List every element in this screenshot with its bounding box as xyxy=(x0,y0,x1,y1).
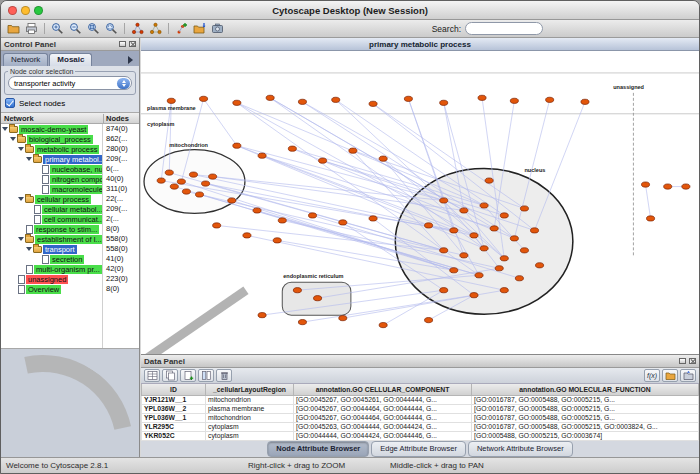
attribute-columns-button[interactable] xyxy=(198,369,214,382)
table-cell[interactable]: [GO:0016787, GO:0005488, GO:0005215, G..… xyxy=(472,395,699,404)
graph-node[interactable] xyxy=(500,213,508,218)
table-cell[interactable]: YKR052C xyxy=(142,431,206,440)
graph-node[interactable] xyxy=(288,146,296,151)
select-attributes-button[interactable] xyxy=(144,369,160,382)
tree-row[interactable]: transport558(0) xyxy=(1,244,139,254)
graph-node[interactable] xyxy=(369,216,377,221)
expand-toggle-icon[interactable] xyxy=(9,137,17,141)
graph-node[interactable] xyxy=(202,181,210,186)
graph-node[interactable] xyxy=(339,316,347,321)
graph-node[interactable] xyxy=(490,226,498,231)
close-window-button[interactable] xyxy=(8,6,17,15)
graph-node[interactable] xyxy=(485,178,493,183)
table-row[interactable]: YPL036W__2plasma membrane[GO:0045267, GO… xyxy=(142,404,699,413)
graph-node[interactable] xyxy=(278,218,286,223)
graph-edge[interactable] xyxy=(204,99,237,146)
table-cell[interactable]: [GO:0016787, GO:0005488, GO:0005215, GO:… xyxy=(472,422,699,431)
graph-node[interactable] xyxy=(495,266,503,271)
tab-network-attribute-browser[interactable]: Network Attribute Browser xyxy=(468,441,573,457)
graph-node[interactable] xyxy=(510,98,518,103)
table-cell[interactable]: mitochondrion xyxy=(206,413,294,422)
snapshot-button[interactable] xyxy=(209,21,226,37)
table-row[interactable]: YLR295Ccytoplasm[GO:0045263, GO:0044444,… xyxy=(142,422,699,431)
expand-toggle-icon[interactable] xyxy=(1,127,9,131)
search-input[interactable] xyxy=(466,23,543,34)
graph-node[interactable] xyxy=(500,288,508,293)
graph-node[interactable] xyxy=(349,148,357,153)
graph-node[interactable] xyxy=(189,172,197,177)
graph-node[interactable] xyxy=(258,313,266,318)
graph-node[interactable] xyxy=(253,208,261,213)
network-manager-button[interactable] xyxy=(129,21,146,37)
tree-row-label[interactable]: secretion xyxy=(50,255,84,264)
graph-edge[interactable] xyxy=(237,103,484,206)
tab-mosaic[interactable]: Mosaic xyxy=(49,53,92,66)
graph-node[interactable] xyxy=(440,288,448,293)
column-header[interactable]: annotation.GO MOLECULAR_FUNCTION xyxy=(472,384,699,395)
graph-node[interactable] xyxy=(450,228,458,233)
column-header[interactable]: _cellularLayoutRegion xyxy=(206,384,294,395)
graph-node[interactable] xyxy=(273,238,281,243)
graph-node[interactable] xyxy=(314,296,322,301)
graph-node[interactable] xyxy=(641,182,649,187)
export-attributes-button[interactable] xyxy=(680,369,696,382)
table-cell[interactable]: cytoplasm xyxy=(206,422,294,431)
tree-row[interactable]: response to stim...8(0) xyxy=(1,224,139,234)
tree-row[interactable]: nitrogen compo...40(0) xyxy=(1,174,139,184)
tree-row[interactable]: unassigned223(0) xyxy=(1,274,139,284)
tree-row[interactable]: macromolecule...311(0) xyxy=(1,184,139,194)
delete-attribute-button[interactable] xyxy=(216,369,232,382)
import-attributes-button[interactable] xyxy=(662,369,678,382)
graph-node[interactable] xyxy=(460,208,468,213)
network-column-header[interactable]: Network xyxy=(1,114,103,123)
zoom-selected-button[interactable] xyxy=(85,21,102,37)
graph-node[interactable] xyxy=(293,288,301,293)
tab-node-attribute-browser[interactable]: Node Attribute Browser xyxy=(267,441,369,457)
table-cell[interactable]: [GO:0045267, GO:0044464, GO:0044444, G..… xyxy=(294,404,472,413)
tree-row-label[interactable]: cellular metabol... xyxy=(42,205,103,214)
formula-builder-button[interactable]: f(x) xyxy=(644,369,660,382)
graph-node[interactable] xyxy=(536,263,544,268)
table-cell[interactable]: [GO:0016787, GO:0005488, GO:0005215, G..… xyxy=(472,413,699,422)
network-overview-button[interactable] xyxy=(147,21,164,37)
tree-row-label[interactable]: transport xyxy=(43,245,77,254)
tab-scroll-right-icon[interactable] xyxy=(128,56,137,64)
table-cell[interactable]: [GO:0045267, GO:0044464, GO:0044444, G..… xyxy=(294,413,472,422)
graph-node[interactable] xyxy=(319,158,327,163)
graph-node[interactable] xyxy=(480,203,488,208)
tree-row[interactable]: nucleobase, nu...6(... xyxy=(1,164,139,174)
tree-row[interactable]: cell communicat...2(... xyxy=(1,214,139,224)
graph-node[interactable] xyxy=(520,206,528,211)
graph-node[interactable] xyxy=(177,179,185,184)
tree-row-label[interactable]: cellular process xyxy=(35,195,91,204)
tree-row-label[interactable]: response to stim... xyxy=(34,225,99,234)
graph-node[interactable] xyxy=(425,223,433,228)
graph-node[interactable] xyxy=(298,99,306,104)
graph-node[interactable] xyxy=(182,189,190,194)
graph-node[interactable] xyxy=(200,96,208,101)
graph-node[interactable] xyxy=(460,253,468,258)
graph-node[interactable] xyxy=(157,178,165,183)
zoom-fit-button[interactable] xyxy=(103,21,120,37)
column-header[interactable]: ID xyxy=(142,384,206,395)
graph-node[interactable] xyxy=(581,99,589,104)
tree-row[interactable]: biological_process862(... xyxy=(1,134,139,144)
tab-network[interactable]: Network xyxy=(3,53,48,66)
column-header[interactable]: annotation.GO CELLULAR_COMPONENT xyxy=(294,384,472,395)
table-cell[interactable]: YPL036W__1 xyxy=(142,413,206,422)
graph-node[interactable] xyxy=(546,97,554,102)
graph-node[interactable] xyxy=(404,96,412,101)
graph-node[interactable] xyxy=(470,233,478,238)
tree-row-label[interactable]: macromolecule... xyxy=(50,185,103,194)
graph-node[interactable] xyxy=(339,220,347,225)
graph-node[interactable] xyxy=(369,101,377,106)
float-panel-icon[interactable] xyxy=(119,41,126,47)
close-panel-icon[interactable] xyxy=(129,41,136,47)
table-cell[interactable]: YPL036W__2 xyxy=(142,404,206,413)
tree-row[interactable]: metabolic process280(0) xyxy=(1,144,139,154)
graph-node[interactable] xyxy=(309,213,317,218)
table-cell[interactable]: [GO:0005488, GO:0005215, GO:0003674] xyxy=(472,431,699,440)
graph-node[interactable] xyxy=(478,95,486,100)
select-nodes-checkbox[interactable] xyxy=(5,98,15,108)
expand-toggle-icon[interactable] xyxy=(25,247,33,251)
